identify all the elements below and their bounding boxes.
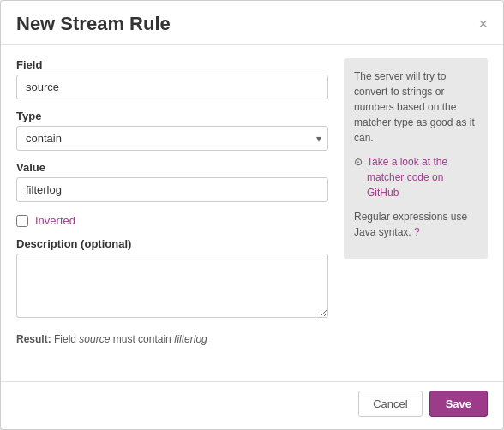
description-group: Description (optional) — [16, 237, 328, 318]
github-link[interactable]: Take a look at the matcher code on GitHu… — [367, 154, 477, 200]
result-field-name: source — [79, 333, 110, 345]
value-label: Value — [16, 161, 328, 174]
type-group: Type contain match exactly match regex g… — [16, 110, 328, 151]
github-icon: ⊙ — [354, 154, 363, 170]
inverted-group: Inverted — [16, 214, 328, 227]
inverted-label[interactable]: Inverted — [35, 214, 75, 227]
modal-header: New Stream Rule × — [1, 1, 503, 45]
info-note: Regular expressions use Java syntax. ? — [354, 209, 477, 240]
field-input[interactable] — [16, 75, 328, 99]
modal-dialog: New Stream Rule × Field Type contain mat… — [0, 0, 504, 430]
info-panel: The server will try to convert to string… — [344, 58, 488, 259]
result-middle-text: must contain — [110, 333, 174, 345]
value-group: Value — [16, 161, 328, 202]
close-button[interactable]: × — [478, 16, 488, 32]
cancel-button[interactable]: Cancel — [358, 391, 422, 417]
form-section: Field Type contain match exactly match r… — [16, 58, 328, 373]
info-note-link[interactable]: ? — [414, 226, 420, 238]
result-value-name: filterlog — [174, 333, 207, 345]
result-field-prefix: Field — [54, 333, 79, 345]
result-label: Result: — [16, 333, 51, 345]
type-select-wrapper: contain match exactly match regex greate… — [16, 126, 328, 151]
info-main-text: The server will try to convert to string… — [354, 69, 477, 146]
field-group: Field — [16, 58, 328, 99]
value-input[interactable] — [16, 177, 328, 202]
description-input[interactable] — [16, 254, 328, 318]
result-text: Result: Field source must contain filter… — [16, 333, 328, 345]
info-note-text: Regular expressions use Java syntax. — [354, 211, 467, 238]
field-label: Field — [16, 58, 328, 71]
save-button[interactable]: Save — [429, 391, 488, 417]
inverted-checkbox[interactable] — [16, 215, 28, 227]
type-label: Type — [16, 110, 328, 122]
info-link-line: ⊙ Take a look at the matcher code on Git… — [354, 154, 477, 200]
page-title: New Stream Rule — [16, 13, 171, 35]
modal-body: Field Type contain match exactly match r… — [1, 45, 503, 381]
type-select[interactable]: contain match exactly match regex greate… — [16, 126, 328, 151]
description-label: Description (optional) — [16, 237, 328, 250]
modal-footer: Cancel Save — [1, 381, 503, 429]
